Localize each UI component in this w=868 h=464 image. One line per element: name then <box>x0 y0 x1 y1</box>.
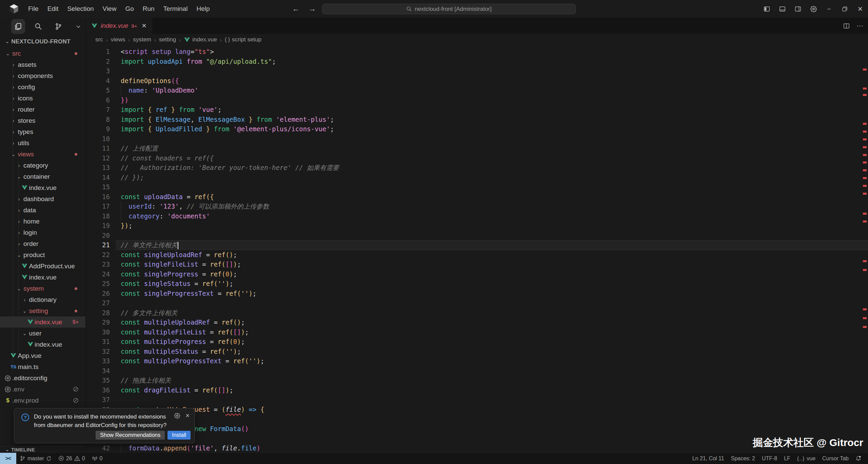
code-line-19[interactable]: 19}); <box>86 221 868 231</box>
tree-item-AddProduct-vue[interactable]: AddProduct.vue <box>0 260 85 272</box>
timeline-section-header[interactable]: ⌄ TIMELINE <box>0 446 85 452</box>
tree-item-index-vue[interactable]: index.vue9+ <box>0 316 85 328</box>
code-line-2[interactable]: 2import uploadApi from "@/api/upload.ts"… <box>86 57 868 66</box>
tree-item-data[interactable]: ›data <box>0 205 85 216</box>
tree-item-router[interactable]: ›router <box>0 104 85 115</box>
code-line-13[interactable]: 13// Authorization: 'Bearer your-token-h… <box>86 163 868 173</box>
code-line-28[interactable]: 28// 多文件上传相关 <box>86 308 868 318</box>
split-editor-icon[interactable] <box>843 23 850 29</box>
menu-terminal[interactable]: Terminal <box>159 3 192 15</box>
tree-item-App-vue[interactable]: App.vue <box>0 350 85 361</box>
code-line-27[interactable]: 27 <box>86 298 868 308</box>
menu-help[interactable]: Help <box>192 3 214 15</box>
breadcrumb-item-views[interactable]: views <box>111 36 125 43</box>
statusbar-cursor-tab[interactable]: Cursor Tab <box>819 453 852 464</box>
tree-item-components[interactable]: ›components <box>0 70 85 81</box>
tree-item-user[interactable]: ⌄user <box>0 328 85 339</box>
code-line-11[interactable]: 11// 上传配置 <box>86 143 868 153</box>
code-line-9[interactable]: 9import { UploadFilled } from '@element-… <box>86 124 868 134</box>
tree-item-dashboard[interactable]: ›dashboard <box>0 193 85 205</box>
more-actions-icon[interactable]: ⋯ <box>856 22 863 30</box>
tree-item--env[interactable]: .env <box>0 384 85 395</box>
code-editor[interactable]: 1<script setup lang="ts">2import uploadA… <box>86 45 868 452</box>
code-line-36[interactable]: 36const dragFileList = ref([]); <box>86 385 868 395</box>
tree-item-config[interactable]: ›config <box>0 81 85 93</box>
code-line-30[interactable]: 30const multipleFileList = ref([]); <box>86 327 868 337</box>
code-line-17[interactable]: 17 userId: '123', // 可以添加额外的上传参数 <box>86 201 868 211</box>
tree-item-login[interactable]: ›login <box>0 227 85 238</box>
tree-item-product[interactable]: ⌄product <box>0 249 85 260</box>
code-line-38[interactable]: 38const customHttpRequest = (file) => { <box>86 405 868 414</box>
code-line-12[interactable]: 12// const headers = ref({ <box>86 153 868 163</box>
close-button[interactable]: ✕ <box>852 0 868 18</box>
code-line-40[interactable]: 40 const formData = new FormData() <box>86 424 868 434</box>
menu-go[interactable]: Go <box>121 3 138 15</box>
code-line-25[interactable]: 25const singleStatus = ref(''); <box>86 279 868 289</box>
toggle-panel-icon[interactable] <box>774 0 790 18</box>
menu-selection[interactable]: Selection <box>63 3 98 15</box>
restore-button[interactable] <box>837 0 852 18</box>
code-line-8[interactable]: 8import { ElMessage, ElMessageBox } from… <box>86 115 868 124</box>
nav-back-button[interactable]: ← <box>290 4 302 13</box>
code-line-42[interactable]: 42 formData.append('file', file.file) <box>86 443 868 453</box>
tree-item--env-prod[interactable]: $.env.prod <box>0 395 85 406</box>
statusbar-cursor-position[interactable]: Ln 21, Col 11 <box>689 453 728 464</box>
customize-layout-gear-icon[interactable] <box>806 0 821 18</box>
breadcrumb-item-index-vue[interactable]: index.vue <box>184 36 217 43</box>
toggle-secondary-sidebar-icon[interactable] <box>790 0 806 18</box>
statusbar-notifications-bell[interactable] <box>852 453 865 464</box>
tree-item-category[interactable]: ›category <box>0 160 85 171</box>
source-control-icon[interactable] <box>52 19 65 34</box>
code-line-14[interactable]: 14// }); <box>86 173 868 182</box>
code-line-32[interactable]: 32const multipleStatus = ref(''); <box>86 347 868 356</box>
code-line-33[interactable]: 33const multipleProgressText = ref(''); <box>86 356 868 366</box>
install-button[interactable]: Install <box>167 431 191 440</box>
explorer-root-header[interactable]: ⌄ NEXTCLOUD-FRONT <box>0 35 85 48</box>
code-line-6[interactable]: 6}) <box>86 95 868 105</box>
statusbar-git-branch[interactable]: master <box>16 453 55 464</box>
tree-item-dictionary[interactable]: ›dictionary <box>0 294 85 305</box>
statusbar-problems[interactable]: 260 <box>55 453 88 464</box>
statusbar-ports[interactable]: 0 <box>88 453 106 464</box>
code-line-41[interactable]: 41 <box>86 433 868 443</box>
tree-item-src[interactable]: ⌄src <box>0 48 85 59</box>
code-line-22[interactable]: 22const singleUploadRef = ref(); <box>86 250 868 260</box>
files-icon[interactable] <box>11 19 25 34</box>
statusbar-remote-indicator[interactable]: >< <box>0 453 16 464</box>
tree-item-container[interactable]: ⌄container <box>0 171 85 182</box>
menu-view[interactable]: View <box>98 3 121 15</box>
tree-item-home[interactable]: ›home <box>0 216 85 227</box>
code-line-37[interactable]: 37 <box>86 395 868 405</box>
breadcrumb-item-src[interactable]: src <box>95 36 103 43</box>
breadcrumb-item-script-setup[interactable]: { }script setup <box>225 36 261 43</box>
code-line-5[interactable]: 5 name: 'UploadDemo' <box>86 85 868 95</box>
code-line-10[interactable]: 10 <box>86 134 868 144</box>
code-line-35[interactable]: 35// 拖拽上传相关 <box>86 375 868 385</box>
tree-item-setting[interactable]: ⌄setting <box>0 305 85 316</box>
code-line-29[interactable]: 29const multipleUploadRef = ref(); <box>86 317 868 327</box>
statusbar-language-mode[interactable]: {..}vue <box>794 453 819 464</box>
tree-item-system[interactable]: ⌄system <box>0 283 85 294</box>
code-line-15[interactable]: 15 <box>86 182 868 192</box>
code-line-23[interactable]: 23const singleFileList = ref([]); <box>86 259 868 269</box>
notification-close-icon[interactable]: ✕ <box>185 412 190 419</box>
show-recommendations-button[interactable]: Show Recommendations <box>96 431 165 440</box>
minimize-button[interactable]: – <box>821 0 837 18</box>
command-center-search[interactable]: nextcloud-front [Administrator] <box>322 4 576 14</box>
menu-run[interactable]: Run <box>138 3 159 15</box>
code-line-24[interactable]: 24const singleProgress = ref(0); <box>86 269 868 279</box>
tree-item-assets[interactable]: ›assets <box>0 59 85 70</box>
code-line-3[interactable]: 3 <box>86 66 868 76</box>
toggle-primary-sidebar-icon[interactable] <box>759 0 774 18</box>
tab-index-vue[interactable]: index.vue 9+ ✕ <box>86 18 152 34</box>
tree-item-main-ts[interactable]: TSmain.ts <box>0 361 85 372</box>
code-line-21[interactable]: 21// 单文件上传相关 <box>86 240 868 250</box>
tree-item-types[interactable]: ›types <box>0 126 85 137</box>
code-line-7[interactable]: 7import { ref } from 'vue'; <box>86 105 868 115</box>
notification-gear-icon[interactable] <box>174 413 180 419</box>
tree-item--editorconfig[interactable]: .editorconfig <box>0 372 85 384</box>
menu-edit[interactable]: Edit <box>43 3 63 15</box>
code-line-31[interactable]: 31const multipleProgress = ref(0); <box>86 337 868 347</box>
code-line-39[interactable]: 39 console.log(file) <box>86 414 868 424</box>
search-icon[interactable] <box>31 19 45 34</box>
